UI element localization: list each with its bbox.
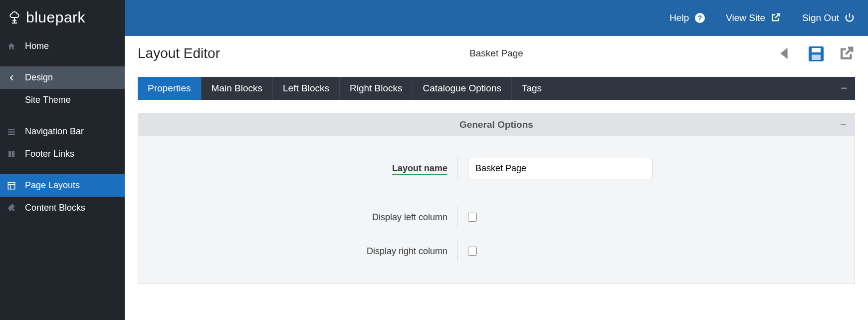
external-link-icon: [770, 12, 782, 24]
brand-logo: bluepark: [0, 0, 125, 35]
display-left-checkbox[interactable]: [468, 213, 477, 222]
divider: [457, 240, 458, 262]
sidebar-item-home[interactable]: Home: [0, 35, 125, 57]
help-icon: ?: [694, 12, 706, 24]
svg-rect-3: [8, 151, 11, 157]
divider: [457, 157, 458, 179]
tab-left-blocks[interactable]: Left Blocks: [273, 77, 340, 100]
tab-main-blocks[interactable]: Main Blocks: [202, 77, 273, 100]
bars-icon: [7, 127, 16, 136]
help-label: Help: [669, 12, 689, 23]
layout-icon: [7, 181, 16, 190]
chevron-left-icon: [7, 73, 16, 82]
page-title: Layout Editor: [138, 45, 220, 61]
tab-collapse-all[interactable]: −: [552, 77, 855, 100]
panel-header[interactable]: General Options −: [138, 113, 855, 136]
sign-out-label: Sign Out: [802, 12, 839, 23]
sidebar-item-label: Home: [25, 41, 49, 51]
sidebar-item-label: Content Blocks: [25, 203, 85, 213]
sidebar-item-label: Footer Links: [25, 149, 74, 159]
svg-rect-0: [8, 129, 15, 130]
tabs: Properties Main Blocks Left Blocks Right…: [138, 77, 855, 100]
svg-rect-9: [812, 48, 821, 52]
layout-name-input[interactable]: [468, 158, 652, 179]
sidebar-item-content-blocks[interactable]: Content Blocks: [0, 197, 125, 219]
main-content: Help ? View Site Sign Out Layout Editor: [125, 0, 868, 320]
minus-icon: −: [840, 118, 847, 131]
minus-icon: −: [841, 82, 847, 95]
sidebar-item-label: Page Layouts: [25, 180, 80, 191]
brand-name: bluepark: [26, 9, 85, 26]
general-options-panel: General Options − Layout name Display le…: [138, 113, 855, 284]
save-button[interactable]: [807, 45, 824, 62]
tab-tags[interactable]: Tags: [512, 77, 552, 100]
svg-rect-2: [8, 133, 15, 134]
back-button[interactable]: [776, 45, 793, 62]
sidebar: bluepark Home Design Site Theme Navigati…: [0, 0, 125, 320]
tab-catalogue-options[interactable]: Catalogue Options: [413, 77, 512, 100]
svg-rect-4: [12, 151, 14, 157]
puzzle-icon: [7, 204, 16, 213]
sidebar-item-label: Site Theme: [25, 95, 71, 105]
display-right-checkbox[interactable]: [468, 247, 477, 256]
svg-text:?: ?: [698, 14, 702, 22]
sidebar-item-navigation-bar[interactable]: Navigation Bar: [0, 120, 125, 143]
view-site-label: View Site: [726, 12, 765, 23]
help-link[interactable]: Help ?: [669, 12, 706, 24]
topbar: Help ? View Site Sign Out: [125, 0, 868, 36]
sidebar-item-label: Design: [25, 72, 53, 83]
sign-out-link[interactable]: Sign Out: [802, 12, 856, 24]
view-site-link[interactable]: View Site: [726, 12, 782, 24]
sidebar-item-footer-links[interactable]: Footer Links: [0, 143, 125, 165]
sidebar-item-label: Navigation Bar: [25, 126, 84, 137]
divider: [457, 206, 458, 228]
svg-rect-5: [8, 182, 15, 189]
open-external-button[interactable]: [838, 45, 855, 62]
svg-rect-1: [8, 131, 15, 132]
display-left-label: Display left column: [148, 212, 457, 223]
power-icon: [844, 12, 856, 24]
panel-body: Layout name Display left column Display …: [138, 136, 855, 283]
page-header: Layout Editor Basket Page: [125, 36, 868, 77]
display-right-label: Display right column: [148, 246, 457, 257]
tab-properties[interactable]: Properties: [138, 77, 202, 100]
sidebar-item-page-layouts[interactable]: Page Layouts: [0, 174, 125, 197]
columns-icon: [7, 150, 16, 159]
home-icon: [7, 42, 16, 51]
blank-icon: [7, 96, 16, 105]
page-subtitle: Basket Page: [469, 48, 523, 59]
tab-right-blocks[interactable]: Right Blocks: [340, 77, 413, 100]
tree-icon: [7, 10, 22, 25]
svg-rect-10: [812, 55, 821, 60]
panel-title: General Options: [459, 119, 533, 130]
layout-name-label: Layout name: [148, 163, 457, 174]
sidebar-item-site-theme[interactable]: Site Theme: [0, 89, 125, 111]
sidebar-item-design[interactable]: Design: [0, 66, 125, 89]
